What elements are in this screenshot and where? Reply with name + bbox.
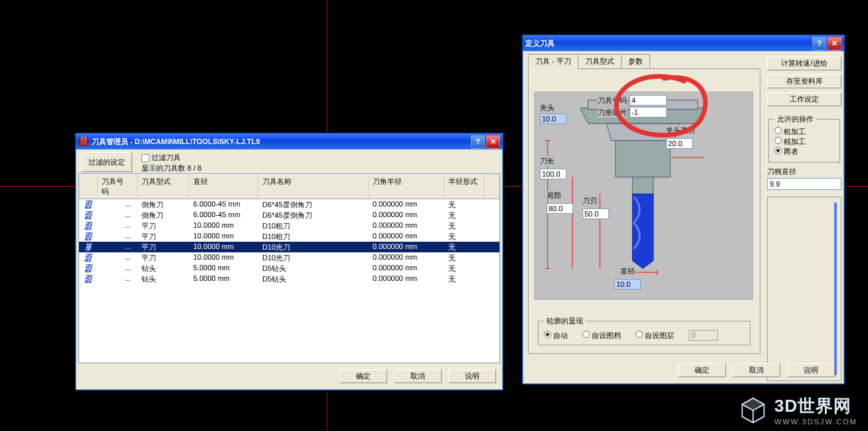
cancel-button[interactable]: 取消 xyxy=(733,363,780,377)
tool-number-label: 刀具号码 xyxy=(598,96,627,106)
displayed-count: 显示的刀具数 8 / 8 xyxy=(141,163,201,173)
handle-dia-label: 刀柄直径 xyxy=(767,167,841,177)
ok-button[interactable]: 确定 xyxy=(339,369,387,383)
table-row[interactable]: ...倒角刀6.0000-45 mmD6*45度倒角刀0.000000 mm无 xyxy=(79,210,499,220)
tool-define-titlebar[interactable]: 定义刀具 ? ✕ xyxy=(523,35,844,51)
svg-rect-7 xyxy=(632,177,653,195)
work-setup-button[interactable]: 工作设定 xyxy=(767,92,841,106)
close-button[interactable]: ✕ xyxy=(486,135,500,149)
tool-manager-titlebar[interactable]: 刀具管理员 - D:\MCAM9\MILL\TOOLS\SKY-LJ.TL9 ?… xyxy=(76,133,503,149)
finish-option[interactable]: 精加工 xyxy=(774,137,806,145)
allowed-ops-group: 允许的操作 粗加工 精加工 两者 xyxy=(768,114,840,163)
tool-diagram: 夹头 刀具号码 刀座编号 夹头直径 xyxy=(534,92,754,301)
close-button[interactable]: ✕ xyxy=(827,37,841,50)
tool-icon xyxy=(84,211,92,219)
filter-settings-button[interactable]: 过滤的设定 xyxy=(81,152,132,172)
table-row[interactable]: ...平刀10.0000 mmD10光刀0.000000 mm无 xyxy=(79,242,499,252)
filter-tools-checkbox[interactable] xyxy=(141,154,149,162)
shoulder-label: 肩部 xyxy=(547,191,561,201)
diameter-input[interactable] xyxy=(614,279,641,290)
app-icon xyxy=(78,136,89,147)
diameter-label: 直径 xyxy=(620,266,635,276)
col-radius[interactable]: 刀角半径 xyxy=(369,174,444,199)
comp-number-input[interactable] xyxy=(630,107,667,118)
layer-number-input: 0 xyxy=(689,330,718,341)
filter-tools-label: 过滤刀具 xyxy=(151,152,181,163)
tool-define-title: 定义刀具 xyxy=(525,39,812,48)
svg-rect-6 xyxy=(616,141,671,177)
tool-icon xyxy=(84,243,92,251)
cut-length-input[interactable] xyxy=(582,209,609,219)
svg-rect-1 xyxy=(81,136,83,140)
col-type[interactable]: 刀具型式 xyxy=(137,174,189,199)
profile-auto-option[interactable]: 自动 xyxy=(544,331,568,341)
tool-grid[interactable]: 刀具号码 刀具型式 直径 刀具名称 刀角半径 半径形式 ...倒角刀6.0000… xyxy=(78,173,500,363)
tab-page: 夹头 刀具号码 刀座编号 夹头直径 xyxy=(528,68,760,354)
comp-number-label: 刀座编号 xyxy=(598,108,627,118)
cut-length-label: 刀刃 xyxy=(582,196,597,206)
profile-legend: 轮廓的显现 xyxy=(544,316,586,326)
both-option[interactable]: 两者 xyxy=(774,147,798,155)
table-row[interactable]: ...钻头5.0000 mmD5钻头0.000000 mm无 xyxy=(79,263,499,274)
tool-manager-title: 刀具管理员 - D:\MCAM9\MILL\TOOLS\SKY-LJ.TL9 xyxy=(92,137,471,147)
ok-button[interactable]: 确定 xyxy=(678,363,726,377)
watermark-url: WWW.3DSJW.COM xyxy=(774,418,857,426)
grid-header: 刀具号码 刀具型式 直径 刀具名称 刀角半径 半径形式 xyxy=(79,174,499,199)
calc-speed-feed-button[interactable]: 计算转速/进给 xyxy=(767,56,841,70)
table-row[interactable]: ...平刀10.0000 mmD10粗刀0.000000 mm无 xyxy=(79,231,499,242)
holder-input[interactable] xyxy=(540,114,566,124)
tab-strip: 刀具 - 平刀 刀具型式 参数 xyxy=(528,54,763,68)
help-text-button[interactable]: 说明 xyxy=(787,363,835,377)
svg-rect-0 xyxy=(80,137,88,145)
tool-icon xyxy=(84,201,92,209)
tool-manager-window: 刀具管理员 - D:\MCAM9\MILL\TOOLS\SKY-LJ.TL9 ?… xyxy=(75,133,503,390)
help-button[interactable]: ? xyxy=(471,135,485,149)
tool-icon xyxy=(84,254,92,262)
save-to-db-button[interactable]: 存至资料库 xyxy=(767,74,841,88)
cancel-button[interactable]: 取消 xyxy=(394,369,442,383)
profile-custom-layer-option[interactable]: 自设图层 xyxy=(636,331,674,341)
watermark: 3D世界网 WWW.3DSJW.COM xyxy=(738,394,857,426)
col-diameter[interactable]: 直径 xyxy=(189,174,258,199)
help-button[interactable]: ? xyxy=(812,37,826,50)
handle-dia-input[interactable] xyxy=(767,178,841,190)
handle-preview xyxy=(767,197,841,381)
tool-icon xyxy=(84,275,92,283)
tool-number-input[interactable] xyxy=(630,95,667,106)
shoulder-input[interactable] xyxy=(547,203,573,214)
tab-tool-flat[interactable]: 刀具 - 平刀 xyxy=(528,54,578,69)
col-number[interactable]: 刀具号码 xyxy=(98,174,137,199)
tool-length-label: 刀长 xyxy=(540,156,555,166)
table-row[interactable]: ...平刀10.0000 mmD10粗刀0.000000 mm无 xyxy=(79,220,499,231)
table-row[interactable]: ...倒角刀6.0000-45 mmD6*45度倒角刀0.000000 mm无 xyxy=(79,199,499,210)
allowed-ops-legend: 允许的操作 xyxy=(774,114,816,124)
tab-parameters[interactable]: 参数 xyxy=(621,54,650,68)
tab-tool-type[interactable]: 刀具型式 xyxy=(578,54,622,68)
watermark-name: 3D世界网 xyxy=(774,394,857,418)
col-name[interactable]: 刀具名称 xyxy=(258,174,369,199)
tool-define-window: 定义刀具 ? ✕ 刀具 - 平刀 刀具型式 参数 xyxy=(522,35,845,385)
profile-custom-file-option[interactable]: 自设图档 xyxy=(582,331,621,341)
toolbar: 过滤的设定 过滤刀具 显示的刀具数 8 / 8 xyxy=(76,149,503,172)
watermark-logo-icon xyxy=(738,396,768,425)
col-radius-type[interactable]: 半径形式 xyxy=(444,174,484,199)
tool-icon xyxy=(84,264,92,272)
help-text-button[interactable]: 说明 xyxy=(448,369,496,383)
svg-rect-2 xyxy=(84,136,86,140)
rough-option[interactable]: 粗加工 xyxy=(774,128,806,135)
head-diameter-label: 夹头直径 xyxy=(666,126,695,135)
tool-icon xyxy=(84,232,92,240)
head-diameter-input[interactable] xyxy=(666,138,693,149)
table-row[interactable]: ...钻头5.0000 mmD5钻头0.000000 mm无 xyxy=(79,274,499,284)
svg-marker-14 xyxy=(742,398,764,410)
tool-length-input[interactable] xyxy=(540,169,566,179)
tool-icon xyxy=(84,222,92,230)
profile-display-group: 轮廓的显现 自动 自设图档 自设图层 0 xyxy=(538,316,750,345)
table-row[interactable]: ...平刀10.0000 mmD10光刀0.000000 mm无 xyxy=(79,252,499,263)
holder-label: 夹头 xyxy=(540,103,555,113)
